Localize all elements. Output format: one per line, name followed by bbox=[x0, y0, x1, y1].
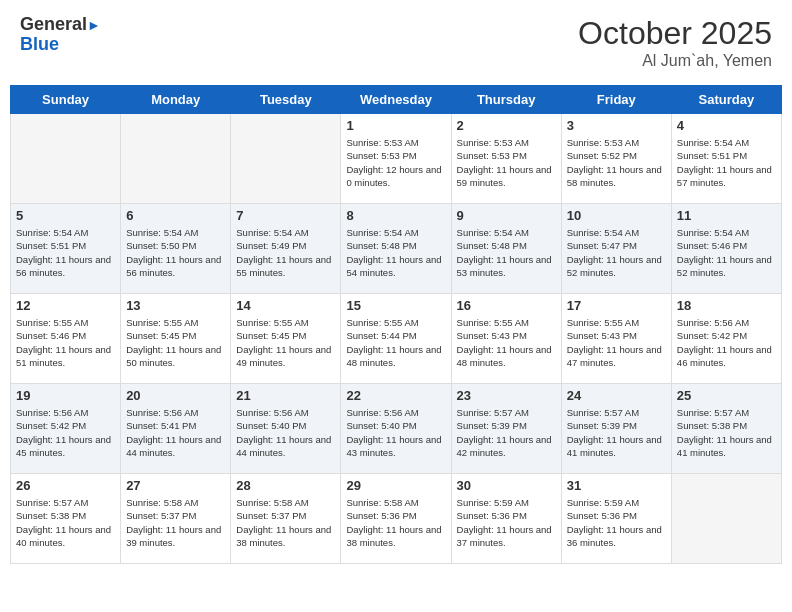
day-number: 2 bbox=[457, 118, 556, 133]
day-number: 24 bbox=[567, 388, 666, 403]
day-detail: Sunrise: 5:56 AMSunset: 5:41 PMDaylight:… bbox=[126, 406, 225, 459]
day-number: 18 bbox=[677, 298, 776, 313]
week-row-4: 19Sunrise: 5:56 AMSunset: 5:42 PMDayligh… bbox=[11, 384, 782, 474]
weekday-header-saturday: Saturday bbox=[671, 86, 781, 114]
day-number: 25 bbox=[677, 388, 776, 403]
day-detail: Sunrise: 5:58 AMSunset: 5:36 PMDaylight:… bbox=[346, 496, 445, 549]
week-row-3: 12Sunrise: 5:55 AMSunset: 5:46 PMDayligh… bbox=[11, 294, 782, 384]
calendar-table: SundayMondayTuesdayWednesdayThursdayFrid… bbox=[10, 85, 782, 564]
weekday-header-monday: Monday bbox=[121, 86, 231, 114]
week-row-2: 5Sunrise: 5:54 AMSunset: 5:51 PMDaylight… bbox=[11, 204, 782, 294]
calendar-cell: 26Sunrise: 5:57 AMSunset: 5:38 PMDayligh… bbox=[11, 474, 121, 564]
day-number: 22 bbox=[346, 388, 445, 403]
calendar-cell: 16Sunrise: 5:55 AMSunset: 5:43 PMDayligh… bbox=[451, 294, 561, 384]
calendar-cell: 31Sunrise: 5:59 AMSunset: 5:36 PMDayligh… bbox=[561, 474, 671, 564]
day-number: 31 bbox=[567, 478, 666, 493]
calendar-cell: 27Sunrise: 5:58 AMSunset: 5:37 PMDayligh… bbox=[121, 474, 231, 564]
day-detail: Sunrise: 5:54 AMSunset: 5:51 PMDaylight:… bbox=[677, 136, 776, 189]
calendar-cell: 7Sunrise: 5:54 AMSunset: 5:49 PMDaylight… bbox=[231, 204, 341, 294]
day-detail: Sunrise: 5:53 AMSunset: 5:53 PMDaylight:… bbox=[457, 136, 556, 189]
day-detail: Sunrise: 5:58 AMSunset: 5:37 PMDaylight:… bbox=[236, 496, 335, 549]
day-detail: Sunrise: 5:55 AMSunset: 5:46 PMDaylight:… bbox=[16, 316, 115, 369]
day-number: 8 bbox=[346, 208, 445, 223]
day-detail: Sunrise: 5:54 AMSunset: 5:49 PMDaylight:… bbox=[236, 226, 335, 279]
day-number: 17 bbox=[567, 298, 666, 313]
month-title: October 2025 bbox=[578, 15, 772, 52]
weekday-header-tuesday: Tuesday bbox=[231, 86, 341, 114]
calendar-cell: 9Sunrise: 5:54 AMSunset: 5:48 PMDaylight… bbox=[451, 204, 561, 294]
day-detail: Sunrise: 5:54 AMSunset: 5:46 PMDaylight:… bbox=[677, 226, 776, 279]
day-number: 3 bbox=[567, 118, 666, 133]
calendar-cell: 14Sunrise: 5:55 AMSunset: 5:45 PMDayligh… bbox=[231, 294, 341, 384]
calendar-cell: 2Sunrise: 5:53 AMSunset: 5:53 PMDaylight… bbox=[451, 114, 561, 204]
calendar-cell: 19Sunrise: 5:56 AMSunset: 5:42 PMDayligh… bbox=[11, 384, 121, 474]
day-detail: Sunrise: 5:54 AMSunset: 5:48 PMDaylight:… bbox=[346, 226, 445, 279]
day-number: 15 bbox=[346, 298, 445, 313]
calendar-cell: 10Sunrise: 5:54 AMSunset: 5:47 PMDayligh… bbox=[561, 204, 671, 294]
day-number: 29 bbox=[346, 478, 445, 493]
day-number: 27 bbox=[126, 478, 225, 493]
month-info: October 2025 Al Jum`ah, Yemen bbox=[578, 15, 772, 70]
day-number: 11 bbox=[677, 208, 776, 223]
day-number: 7 bbox=[236, 208, 335, 223]
day-detail: Sunrise: 5:56 AMSunset: 5:40 PMDaylight:… bbox=[236, 406, 335, 459]
day-detail: Sunrise: 5:57 AMSunset: 5:38 PMDaylight:… bbox=[16, 496, 115, 549]
logo-general: General bbox=[20, 14, 87, 34]
calendar-cell: 17Sunrise: 5:55 AMSunset: 5:43 PMDayligh… bbox=[561, 294, 671, 384]
day-number: 26 bbox=[16, 478, 115, 493]
day-number: 9 bbox=[457, 208, 556, 223]
day-number: 14 bbox=[236, 298, 335, 313]
calendar-cell: 21Sunrise: 5:56 AMSunset: 5:40 PMDayligh… bbox=[231, 384, 341, 474]
day-number: 6 bbox=[126, 208, 225, 223]
calendar-cell bbox=[231, 114, 341, 204]
calendar-cell: 4Sunrise: 5:54 AMSunset: 5:51 PMDaylight… bbox=[671, 114, 781, 204]
calendar-cell bbox=[671, 474, 781, 564]
week-row-5: 26Sunrise: 5:57 AMSunset: 5:38 PMDayligh… bbox=[11, 474, 782, 564]
day-number: 28 bbox=[236, 478, 335, 493]
weekday-header-friday: Friday bbox=[561, 86, 671, 114]
weekday-header-sunday: Sunday bbox=[11, 86, 121, 114]
page-header: General► Blue October 2025 Al Jum`ah, Ye… bbox=[10, 10, 782, 75]
calendar-cell: 15Sunrise: 5:55 AMSunset: 5:44 PMDayligh… bbox=[341, 294, 451, 384]
calendar-cell: 8Sunrise: 5:54 AMSunset: 5:48 PMDaylight… bbox=[341, 204, 451, 294]
day-detail: Sunrise: 5:57 AMSunset: 5:39 PMDaylight:… bbox=[567, 406, 666, 459]
day-detail: Sunrise: 5:55 AMSunset: 5:44 PMDaylight:… bbox=[346, 316, 445, 369]
calendar-cell: 29Sunrise: 5:58 AMSunset: 5:36 PMDayligh… bbox=[341, 474, 451, 564]
logo: General► Blue bbox=[20, 15, 101, 55]
day-number: 16 bbox=[457, 298, 556, 313]
calendar-cell: 28Sunrise: 5:58 AMSunset: 5:37 PMDayligh… bbox=[231, 474, 341, 564]
day-number: 20 bbox=[126, 388, 225, 403]
calendar-cell: 5Sunrise: 5:54 AMSunset: 5:51 PMDaylight… bbox=[11, 204, 121, 294]
day-detail: Sunrise: 5:56 AMSunset: 5:40 PMDaylight:… bbox=[346, 406, 445, 459]
day-number: 30 bbox=[457, 478, 556, 493]
logo-icon-triangle: ► bbox=[87, 17, 101, 33]
calendar-cell bbox=[11, 114, 121, 204]
weekday-header-row: SundayMondayTuesdayWednesdayThursdayFrid… bbox=[11, 86, 782, 114]
day-detail: Sunrise: 5:57 AMSunset: 5:39 PMDaylight:… bbox=[457, 406, 556, 459]
calendar-cell: 1Sunrise: 5:53 AMSunset: 5:53 PMDaylight… bbox=[341, 114, 451, 204]
day-number: 10 bbox=[567, 208, 666, 223]
day-detail: Sunrise: 5:59 AMSunset: 5:36 PMDaylight:… bbox=[457, 496, 556, 549]
day-detail: Sunrise: 5:55 AMSunset: 5:43 PMDaylight:… bbox=[567, 316, 666, 369]
day-number: 13 bbox=[126, 298, 225, 313]
day-number: 5 bbox=[16, 208, 115, 223]
day-detail: Sunrise: 5:56 AMSunset: 5:42 PMDaylight:… bbox=[677, 316, 776, 369]
day-detail: Sunrise: 5:55 AMSunset: 5:43 PMDaylight:… bbox=[457, 316, 556, 369]
day-detail: Sunrise: 5:53 AMSunset: 5:52 PMDaylight:… bbox=[567, 136, 666, 189]
weekday-header-thursday: Thursday bbox=[451, 86, 561, 114]
day-number: 23 bbox=[457, 388, 556, 403]
day-detail: Sunrise: 5:54 AMSunset: 5:50 PMDaylight:… bbox=[126, 226, 225, 279]
day-number: 1 bbox=[346, 118, 445, 133]
day-detail: Sunrise: 5:59 AMSunset: 5:36 PMDaylight:… bbox=[567, 496, 666, 549]
day-detail: Sunrise: 5:53 AMSunset: 5:53 PMDaylight:… bbox=[346, 136, 445, 189]
day-number: 21 bbox=[236, 388, 335, 403]
day-detail: Sunrise: 5:54 AMSunset: 5:51 PMDaylight:… bbox=[16, 226, 115, 279]
day-detail: Sunrise: 5:55 AMSunset: 5:45 PMDaylight:… bbox=[126, 316, 225, 369]
day-detail: Sunrise: 5:57 AMSunset: 5:38 PMDaylight:… bbox=[677, 406, 776, 459]
logo-blue: Blue bbox=[20, 34, 59, 54]
day-detail: Sunrise: 5:54 AMSunset: 5:48 PMDaylight:… bbox=[457, 226, 556, 279]
day-detail: Sunrise: 5:55 AMSunset: 5:45 PMDaylight:… bbox=[236, 316, 335, 369]
calendar-cell: 12Sunrise: 5:55 AMSunset: 5:46 PMDayligh… bbox=[11, 294, 121, 384]
weekday-header-wednesday: Wednesday bbox=[341, 86, 451, 114]
calendar-cell: 22Sunrise: 5:56 AMSunset: 5:40 PMDayligh… bbox=[341, 384, 451, 474]
